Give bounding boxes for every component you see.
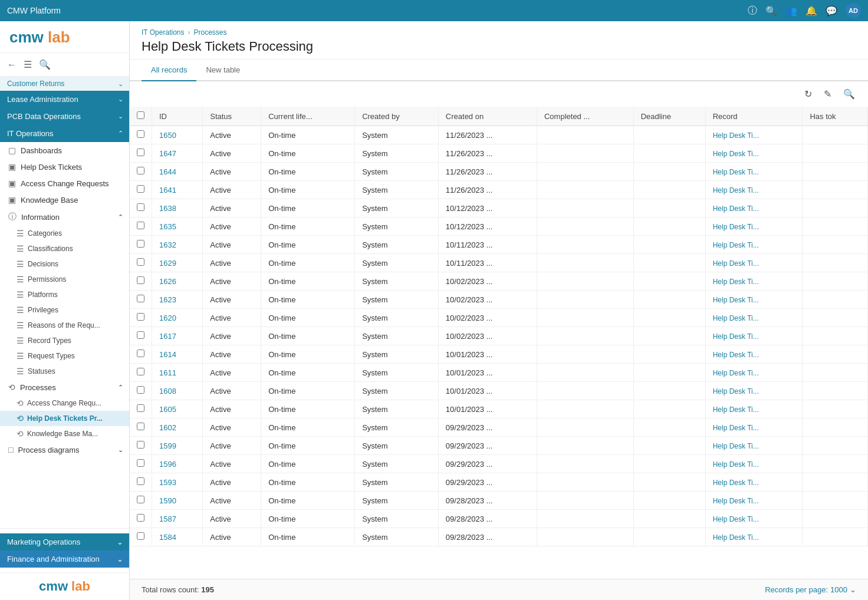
sidebar-sub-item-record-types[interactable]: ☰ Record Types (0, 333, 129, 348)
sidebar-sub-item-reasons[interactable]: ☰ Reasons of the Requ... (0, 318, 129, 333)
row-id[interactable]: 1614 (152, 345, 203, 364)
row-record[interactable]: Help Desk Ti... (705, 400, 803, 418)
row-checkbox[interactable] (137, 295, 144, 302)
row-id[interactable]: 1605 (152, 400, 203, 418)
row-id[interactable]: 1626 (152, 272, 203, 291)
row-checkbox[interactable] (137, 496, 144, 503)
sidebar-sub-item-classifications[interactable]: ☰ Classifications (0, 241, 129, 256)
row-record[interactable]: Help Desk Ti... (705, 528, 803, 546)
bell-icon[interactable]: 🔔 (805, 5, 817, 17)
row-record[interactable]: Help Desk Ti... (705, 144, 803, 163)
row-checkbox-cell[interactable] (130, 309, 152, 327)
row-checkbox[interactable] (137, 514, 144, 522)
row-checkbox-cell[interactable] (130, 236, 152, 254)
row-id[interactable]: 1641 (152, 181, 203, 199)
users-icon[interactable]: 👥 (785, 5, 797, 17)
row-record[interactable]: Help Desk Ti... (705, 236, 803, 254)
row-checkbox-cell[interactable] (130, 473, 152, 492)
search-table-button[interactable]: 🔍 (840, 86, 859, 102)
row-id[interactable]: 1617 (152, 327, 203, 345)
row-checkbox-cell[interactable] (130, 528, 152, 546)
sidebar-sub-item-statuses[interactable]: ☰ Statuses (0, 364, 129, 379)
row-checkbox-cell[interactable] (130, 144, 152, 163)
col-has-tok[interactable]: Has tok (803, 107, 868, 126)
row-record[interactable]: Help Desk Ti... (705, 345, 803, 364)
row-id[interactable]: 1590 (152, 492, 203, 510)
row-record[interactable]: Help Desk Ti... (705, 473, 803, 492)
row-checkbox[interactable] (137, 130, 144, 138)
row-record[interactable]: Help Desk Ti... (705, 437, 803, 455)
sidebar-sub-item-decisions[interactable]: ☰ Decisions (0, 256, 129, 272)
row-id[interactable]: 1611 (152, 364, 203, 382)
collapse-sidebar-button[interactable]: ← (5, 57, 19, 72)
row-id[interactable]: 1629 (152, 254, 203, 272)
sidebar-item-marketing-operations[interactable]: Marketing Operations ⌄ (0, 533, 129, 550)
row-checkbox-cell[interactable] (130, 291, 152, 309)
row-id[interactable]: 1632 (152, 236, 203, 254)
row-id[interactable]: 1650 (152, 126, 203, 144)
row-checkbox[interactable] (137, 350, 144, 357)
sidebar-item-dashboards[interactable]: ▢ Dashboards (0, 142, 129, 159)
sidebar-item-lease-administration[interactable]: Lease Administration ⌄ (0, 91, 129, 108)
sidebar-sub-item-permissions[interactable]: ☰ Permissions (0, 272, 129, 287)
row-record[interactable]: Help Desk Ti... (705, 364, 803, 382)
row-checkbox[interactable] (137, 368, 144, 375)
row-record[interactable]: Help Desk Ti... (705, 181, 803, 199)
row-id[interactable]: 1599 (152, 437, 203, 455)
row-record[interactable]: Help Desk Ti... (705, 217, 803, 236)
row-checkbox-cell[interactable] (130, 254, 152, 272)
row-id[interactable]: 1602 (152, 418, 203, 437)
row-checkbox[interactable] (137, 331, 144, 339)
sidebar-sub-item-categories[interactable]: ☰ Categories (0, 226, 129, 241)
breadcrumb-it-operations[interactable]: IT Operations (142, 28, 184, 37)
row-checkbox-cell[interactable] (130, 199, 152, 217)
sidebar-item-information[interactable]: ⓘ Information ⌃ (0, 208, 129, 226)
row-record[interactable]: Help Desk Ti... (705, 126, 803, 144)
select-all-checkbox[interactable] (137, 111, 144, 119)
row-checkbox[interactable] (137, 240, 144, 248)
row-checkbox-cell[interactable] (130, 345, 152, 364)
row-checkbox[interactable] (137, 203, 144, 211)
row-checkbox[interactable] (137, 313, 144, 321)
row-id[interactable]: 1635 (152, 217, 203, 236)
row-id[interactable]: 1620 (152, 309, 203, 327)
col-record[interactable]: Record (705, 107, 803, 126)
col-created-on[interactable]: Created on (438, 107, 537, 126)
col-current-life[interactable]: Current life... (261, 107, 355, 126)
col-created-by[interactable]: Created by (355, 107, 439, 126)
row-checkbox[interactable] (137, 149, 144, 156)
row-checkbox[interactable] (137, 386, 144, 394)
row-checkbox[interactable] (137, 423, 144, 430)
row-id[interactable]: 1644 (152, 163, 203, 181)
sidebar-sub-item-knowledge-base-ma[interactable]: ⟲ Knowledge Base Ma... (0, 426, 129, 441)
row-checkbox[interactable] (137, 477, 144, 485)
edit-button[interactable]: ✎ (820, 86, 835, 102)
row-record[interactable]: Help Desk Ti... (705, 309, 803, 327)
row-checkbox[interactable] (137, 222, 144, 229)
sidebar-item-process-diagrams[interactable]: □ Process diagrams ⌄ (0, 441, 129, 458)
sidebar-item-it-operations[interactable]: IT Operations ⌃ (0, 125, 129, 142)
row-checkbox-cell[interactable] (130, 163, 152, 181)
sidebar-item-knowledge-base[interactable]: ▣ Knowledge Base (0, 192, 129, 208)
row-checkbox[interactable] (137, 258, 144, 266)
row-id[interactable]: 1593 (152, 473, 203, 492)
sidebar-item-help-desk-tickets[interactable]: ▣ Help Desk Tickets (0, 159, 129, 175)
sidebar-sub-item-access-change-requ[interactable]: ⟲ Access Change Requ... (0, 395, 129, 411)
row-checkbox[interactable] (137, 441, 144, 449)
row-record[interactable]: Help Desk Ti... (705, 382, 803, 400)
row-checkbox-cell[interactable] (130, 364, 152, 382)
row-checkbox-cell[interactable] (130, 217, 152, 236)
row-record[interactable]: Help Desk Ti... (705, 492, 803, 510)
row-record[interactable]: Help Desk Ti... (705, 199, 803, 217)
row-record[interactable]: Help Desk Ti... (705, 418, 803, 437)
refresh-button[interactable]: ↻ (801, 86, 816, 102)
col-id[interactable]: ID (152, 107, 203, 126)
sidebar-sub-item-help-desk-tickets-pr[interactable]: ⟲ Help Desk Tickets Pr... (0, 411, 129, 426)
chat-icon[interactable]: 💬 (826, 5, 837, 17)
col-status[interactable]: Status (203, 107, 261, 126)
row-id[interactable]: 1623 (152, 291, 203, 309)
sidebar-item-pcb-data[interactable]: PCB Data Operations ⌄ (0, 108, 129, 125)
row-checkbox[interactable] (137, 404, 144, 412)
row-checkbox-cell[interactable] (130, 510, 152, 528)
row-id[interactable]: 1608 (152, 382, 203, 400)
